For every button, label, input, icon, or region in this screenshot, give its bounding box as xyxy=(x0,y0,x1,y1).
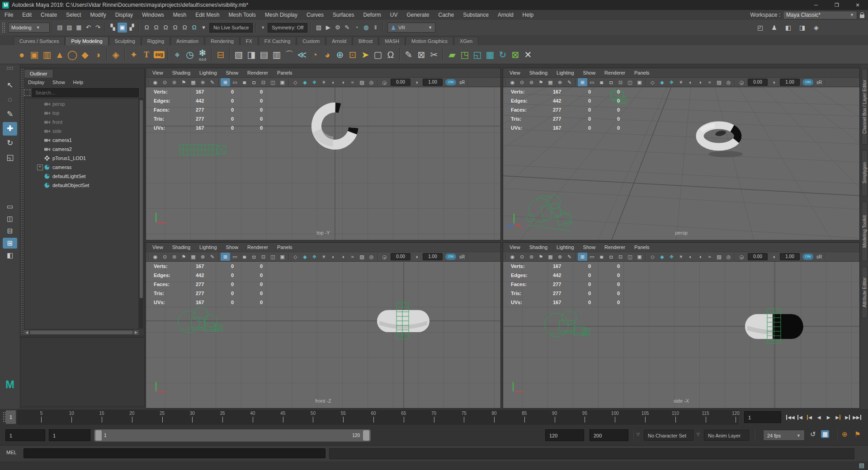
film-gate-icon[interactable]: ▭ xyxy=(587,78,597,86)
poly-disc-icon[interactable]: ◑ xyxy=(91,47,104,63)
outliner-filter-icon[interactable] xyxy=(24,89,30,96)
field-chart-icon[interactable]: ⊡ xyxy=(616,253,625,261)
viewport-menu-show[interactable]: Show xyxy=(222,70,243,75)
gamma-icon[interactable]: ◑ xyxy=(769,78,778,86)
step-back-key-button[interactable]: ◀ xyxy=(805,411,814,423)
select-component-icon[interactable]: ▞ xyxy=(127,23,137,33)
viewport-side-canvas[interactable]: Verts:16700Edges:44200Faces:27700Tris:27… xyxy=(503,262,859,408)
field-chart-icon[interactable]: ⊡ xyxy=(259,253,268,261)
gamma-field[interactable]: 1.00 xyxy=(423,79,443,86)
command-mode-label[interactable]: MEL xyxy=(6,450,17,455)
film-gate-icon[interactable]: ▭ xyxy=(587,253,597,261)
outliner-item-defaultobjectset[interactable]: defaultObjectSet xyxy=(24,181,138,190)
shaded-icon[interactable]: ◆ xyxy=(657,78,667,86)
exposure-field[interactable]: 0.00 xyxy=(748,253,768,260)
safe-action-icon[interactable]: ◫ xyxy=(268,253,278,261)
menu-windows[interactable]: Windows xyxy=(137,12,169,18)
step-back-frame-button[interactable]: ◀ xyxy=(795,411,805,423)
shelf-tab-arnold[interactable]: Arnold xyxy=(326,37,352,45)
grid-layout-icon[interactable]: ▤ xyxy=(258,47,270,63)
torus-section-icon[interactable]: ◔ xyxy=(308,47,321,63)
lock-camera-icon[interactable]: ⊙ xyxy=(517,78,527,86)
wireframe-icon[interactable]: ◇ xyxy=(291,78,300,86)
viewport-menu-panels[interactable]: Panels xyxy=(273,244,297,250)
make-live-icon[interactable]: Ω xyxy=(189,23,199,33)
yellow-arrow-icon[interactable]: ➤ xyxy=(359,47,372,63)
image-plane-icon[interactable]: ▦ xyxy=(189,78,198,86)
gamma-field[interactable]: 1.00 xyxy=(423,253,443,260)
two-pane-layout-button[interactable]: ◫ xyxy=(3,213,17,224)
exposure-icon[interactable]: ◶ xyxy=(380,253,389,261)
view-transform-label[interactable]: sR xyxy=(459,254,465,259)
render-frame-icon[interactable]: ▧ xyxy=(314,23,323,33)
lock-camera-icon[interactable]: ⊙ xyxy=(160,253,170,261)
character-set-field[interactable]: No Character Set xyxy=(644,430,693,441)
viewport-menu-renderer[interactable]: Renderer xyxy=(600,70,630,75)
shadows-icon[interactable]: ◐ xyxy=(329,78,338,86)
gate-mask-icon[interactable]: ◘ xyxy=(606,78,616,86)
dock-tab-attribute-editor[interactable]: Attribute Editor xyxy=(862,267,868,318)
field-chart-icon[interactable]: ⊡ xyxy=(616,78,625,86)
light-editor-icon[interactable]: ◔ xyxy=(352,23,361,33)
grid-icon[interactable]: ⊞ xyxy=(221,253,230,261)
image-plane-icon[interactable]: ▦ xyxy=(546,78,555,86)
lights-icon[interactable]: ☀ xyxy=(319,78,329,86)
outliner-menu-help[interactable]: Help xyxy=(69,78,88,86)
exposure-icon[interactable]: ◶ xyxy=(737,78,746,86)
grease-pencil-icon[interactable]: ✎ xyxy=(565,78,574,86)
magnet-box-icon[interactable]: Ω xyxy=(384,47,397,63)
two-d-pan-zoom-icon[interactable]: ⊕ xyxy=(198,78,208,86)
menu-mesh-tools[interactable]: Mesh Tools xyxy=(224,12,260,18)
lock-camera-icon[interactable]: ⊙ xyxy=(160,78,170,86)
film-gate-icon[interactable]: ▭ xyxy=(230,78,240,86)
menu-curves[interactable]: Curves xyxy=(302,12,328,18)
uv-corner-icon[interactable]: ◳ xyxy=(458,47,471,63)
new-scene-icon[interactable]: ▤ xyxy=(55,23,65,33)
svg-tool-icon[interactable]: svg xyxy=(153,47,165,63)
safe-action-icon[interactable]: ◫ xyxy=(625,78,635,86)
attribute-editor-toggle-icon[interactable]: ◨ xyxy=(797,23,807,33)
shelf-tab-fx[interactable]: FX xyxy=(240,37,258,45)
textured-icon[interactable]: ❖ xyxy=(310,78,319,86)
screen-space-ao-icon[interactable]: ◑ xyxy=(695,253,705,261)
viewport-menu-shading[interactable]: Shading xyxy=(168,70,195,75)
bookmark-icon[interactable]: ⚑ xyxy=(179,78,189,86)
uv-teal-corner-icon[interactable]: ◱ xyxy=(471,47,484,63)
menu-cache[interactable]: Cache xyxy=(434,12,458,18)
isolate-select-icon[interactable]: ◎ xyxy=(724,253,733,261)
resolution-gate-icon[interactable]: ◙ xyxy=(597,78,606,86)
viewport-menu-shading[interactable]: Shading xyxy=(525,244,552,250)
status-line-grip[interactable] xyxy=(1,22,5,33)
menu-arnold[interactable]: Arnold xyxy=(493,12,518,18)
pause-icon[interactable]: ‖ xyxy=(371,23,380,33)
viewport-menu-view[interactable]: View xyxy=(505,244,525,250)
paint-select-tool[interactable]: ✎ xyxy=(3,108,17,121)
channel-box-toggle-icon[interactable]: ◈ xyxy=(811,23,821,33)
time-slider-grip[interactable] xyxy=(2,411,6,423)
curve-star-icon[interactable]: ✦ xyxy=(127,47,140,63)
select-object-icon[interactable]: ▣ xyxy=(118,23,127,33)
textured-icon[interactable]: ❖ xyxy=(667,253,676,261)
outliner-item-cameras[interactable]: +cameras xyxy=(24,163,138,172)
close-button[interactable]: ✕ xyxy=(847,0,868,10)
viewport-menu-shading[interactable]: Shading xyxy=(168,244,195,250)
viewport-persp-canvas[interactable]: Verts:16700Edges:44200Faces:27700Tris:27… xyxy=(503,87,859,240)
shadows-icon[interactable]: ◐ xyxy=(686,253,695,261)
shelf-tab-curves-surfaces[interactable]: Curves / Surfaces xyxy=(14,37,65,45)
split-pane-layout-button[interactable]: ⊟ xyxy=(3,226,17,236)
gamma-field[interactable]: 1.00 xyxy=(780,253,800,260)
poly-cylinder-icon[interactable]: ▥ xyxy=(41,47,53,63)
poly-plane-icon[interactable]: ◆ xyxy=(79,47,91,63)
shelf-tab-mash[interactable]: MASH xyxy=(379,37,405,45)
outliner-item-persp[interactable]: persp xyxy=(24,99,138,108)
bend-pipe-icon[interactable]: ⌒ xyxy=(283,47,296,63)
menu-set-dropdown[interactable]: Modeling▼ xyxy=(8,23,50,33)
poly-cone-icon[interactable]: ▲ xyxy=(53,47,66,63)
image-plane-icon[interactable]: ▦ xyxy=(546,253,555,261)
play-backwards-button[interactable]: ◀ xyxy=(814,411,824,423)
snap-to-view-plane-icon[interactable]: Ω xyxy=(180,23,189,33)
exposure-icon[interactable]: ◶ xyxy=(380,78,389,86)
step-forward-frame-button[interactable]: ▶ xyxy=(843,411,852,423)
shelf-tab-poly-modeling[interactable]: Poly Modeling xyxy=(65,37,108,45)
exposure-field[interactable]: 0.00 xyxy=(748,79,768,86)
